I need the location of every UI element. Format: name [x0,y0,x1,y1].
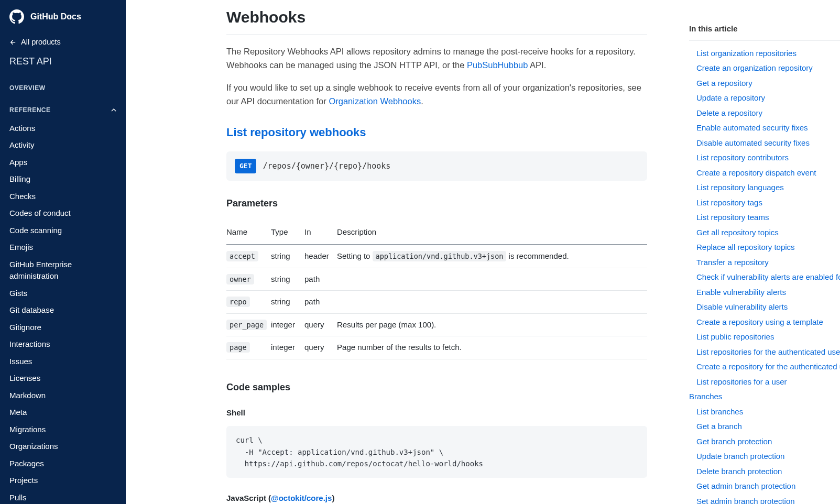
param-name: accept [226,251,258,261]
toc-link[interactable]: List organization repositories [689,46,840,61]
toc-link[interactable]: Branches [689,389,840,404]
reference-label: REFERENCE [9,105,51,115]
toc-link[interactable]: Update a repository [689,91,840,106]
sidebar-item[interactable]: Migrations [0,421,126,439]
toc-link[interactable]: Create an organization repository [689,61,840,76]
toc-link[interactable]: List repository tags [689,195,840,211]
param-type: string [271,268,304,291]
param-in: path [304,268,337,291]
toc-link[interactable]: List repository contributors [689,150,840,166]
param-name: per_page [226,320,267,330]
toc-link[interactable]: Get branch protection [689,434,840,450]
github-icon [9,9,24,24]
toc-link[interactable]: Check if vulnerability alerts are enable… [689,270,840,285]
toc-link[interactable]: List repositories for the authenticated … [689,345,840,360]
toc-link[interactable]: Transfer a repository [689,255,840,270]
toc-link[interactable]: Get all repository topics [689,225,840,240]
sidebar-title: GitHub Docs [30,10,81,23]
toc-link[interactable]: List branches [689,404,840,420]
toc-link[interactable]: Enable automated security fixes [689,120,840,136]
shell-heading: Shell [226,407,647,419]
parameters-table: NameTypeInDescription acceptstringheader… [226,221,647,359]
pubsubhubbub-link[interactable]: PubSubHubbub [467,60,528,70]
sidebar-heading-reference[interactable]: REFERENCE [0,98,126,120]
param-description: Setting to application/vnd.github.v3+jso… [337,245,647,268]
toc-link[interactable]: List repository languages [689,180,840,195]
sidebar-item[interactable]: Markdown [0,387,126,404]
sidebar-item[interactable]: Gitignore [0,319,126,336]
sidebar-header[interactable]: GitHub Docs [0,0,126,34]
intro-paragraph-1: The Repository Webhooks API allows repos… [226,45,647,72]
sidebar-item[interactable]: Codes of conduct [0,205,126,222]
toc-link[interactable]: Update branch protection [689,449,840,464]
section-title[interactable]: List repository webhooks [226,124,647,141]
param-type: string [271,291,304,314]
parameters-heading: Parameters [226,196,647,211]
sidebar-item[interactable]: Code scanning [0,222,126,239]
sidebar-item[interactable]: Projects [0,472,126,489]
table-row: per_pageintegerqueryResults per page (ma… [226,313,647,336]
sidebar-item[interactable]: Organizations [0,438,126,455]
sidebar-item[interactable]: Billing [0,171,126,188]
table-row: ownerstringpath [226,268,647,291]
toc-link[interactable]: Enable vulnerability alerts [689,285,840,300]
toc-link[interactable]: Get admin branch protection [689,479,840,494]
http-method-badge: GET [235,159,256,173]
all-products-label: All products [21,37,61,48]
js-heading: JavaScript (@octokit/core.js) [226,492,647,504]
toc-link[interactable]: Create a repository using a template [689,315,840,330]
sidebar-item[interactable]: Issues [0,353,126,370]
param-type: integer [271,313,304,336]
toc-link[interactable]: Disable vulnerability alerts [689,300,840,315]
sidebar-item[interactable]: Emojis [0,239,126,256]
inline-code: application/vnd.github.v3+json [373,251,507,261]
sidebar-item[interactable]: GitHub Enterprise administration [0,256,126,285]
arrow-left-icon [9,39,17,46]
toc-link[interactable]: Disable automated security fixes [689,136,840,151]
intro-paragraph-2: If you would like to set up a single web… [226,81,647,108]
toc-link[interactable]: List repository teams [689,210,840,225]
toc-link[interactable]: Get a repository [689,76,840,91]
toc-link[interactable]: Set admin branch protection [689,494,840,505]
param-description [337,291,647,314]
table-header: Name [226,221,271,245]
sidebar-item[interactable]: Interactions [0,336,126,353]
sidebar-item[interactable]: Checks [0,188,126,205]
sidebar-item[interactable]: Gists [0,285,126,302]
param-in: path [304,291,337,314]
sidebar-item[interactable]: Pulls [0,489,126,504]
table-header: Description [337,221,647,245]
sidebar-item[interactable]: Apps [0,154,126,171]
all-products-link[interactable]: All products [0,34,126,51]
product-name[interactable]: REST API [0,51,126,76]
sidebar-item[interactable]: Git database [0,302,126,319]
octokit-link[interactable]: @octokit/core.js [271,494,332,502]
toc-link[interactable]: Create a repository for the authenticate… [689,359,840,375]
param-in: query [304,336,337,359]
param-description: Results per page (max 100). [337,313,647,336]
toc-link[interactable]: Delete branch protection [689,464,840,479]
table-of-contents: In this article List organization reposi… [683,0,840,504]
param-description [337,268,647,291]
sidebar-item[interactable]: Packages [0,455,126,473]
toc-link[interactable]: Delete a repository [689,106,840,121]
organization-webhooks-link[interactable]: Organization Webhooks [329,96,421,106]
sidebar-item[interactable]: Meta [0,404,126,421]
param-name: repo [226,297,250,307]
param-name: owner [226,274,254,284]
param-type: string [271,245,304,268]
toc-link[interactable]: List public repositories [689,330,840,345]
toc-link[interactable]: Get a branch [689,419,840,434]
shell-code-block: curl \ -H "Accept: application/vnd.githu… [226,426,647,478]
sidebar-item[interactable]: Licenses [0,370,126,387]
param-description: Page number of the results to fetch. [337,336,647,359]
toc-link[interactable]: Create a repository dispatch event [689,166,840,181]
sidebar-item[interactable]: Activity [0,137,126,154]
table-row: acceptstringheaderSetting to application… [226,245,647,268]
sidebar-item[interactable]: Actions [0,120,126,137]
table-row: repostringpath [226,291,647,314]
sidebar: GitHub Docs All products REST API OVERVI… [0,0,126,504]
sidebar-heading-overview[interactable]: OVERVIEW [0,76,126,98]
toc-link[interactable]: List repositories for a user [689,375,840,390]
toc-link[interactable]: Replace all repository topics [689,240,840,255]
